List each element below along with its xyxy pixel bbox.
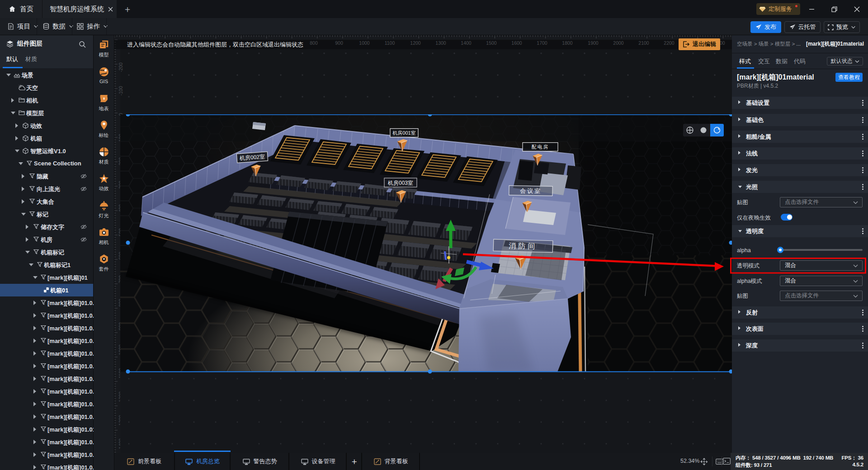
svg-text:900: 900 [335, 40, 343, 46]
svg-text:1900: 1900 [588, 40, 599, 46]
svg-text:1200: 1200 [410, 40, 421, 46]
svg-text:1700: 1700 [537, 40, 547, 46]
svg-text:会议室: 会议室 [520, 187, 542, 194]
svg-text:机房001室: 机房001室 [392, 130, 415, 136]
svg-text:1500: 1500 [486, 40, 497, 46]
svg-text:2000: 2000 [613, 40, 624, 46]
svg-text:1400: 1400 [461, 40, 472, 46]
svg-text:1300: 1300 [435, 40, 446, 46]
svg-text:1000: 1000 [359, 40, 370, 46]
svg-text:1600: 1600 [511, 40, 522, 46]
svg-text:2100: 2100 [638, 40, 649, 46]
svg-text:机房003室: 机房003室 [387, 180, 413, 186]
svg-text:2200: 2200 [664, 40, 675, 46]
svg-text:800: 800 [310, 40, 318, 46]
svg-text:配电房: 配电房 [532, 144, 549, 150]
svg-text:消防间: 消防间 [509, 242, 537, 250]
svg-text:1800: 1800 [562, 40, 573, 46]
svg-text:1100: 1100 [385, 40, 395, 46]
